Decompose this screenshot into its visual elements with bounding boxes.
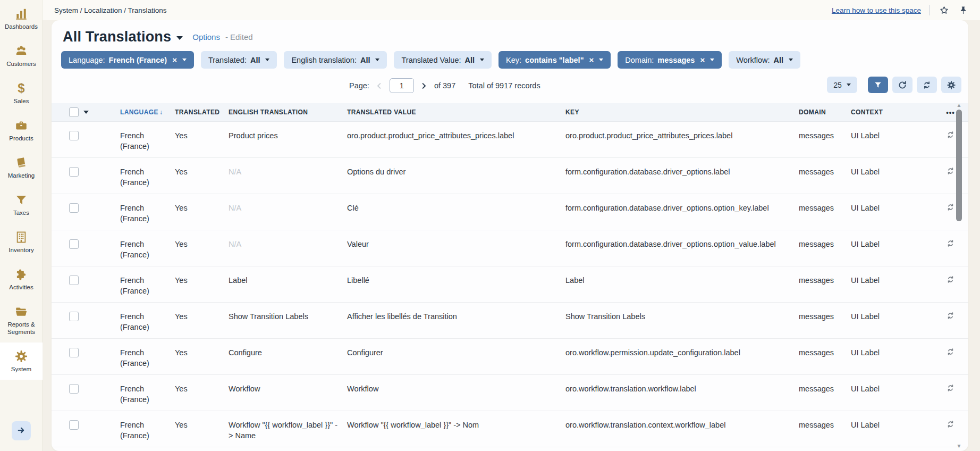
select-all-checkbox[interactable] [69,107,79,117]
row-checkbox[interactable] [69,167,79,177]
select-dropdown-icon[interactable] [83,111,89,114]
row-checkbox[interactable] [69,131,79,140]
filter-pill-domain-[interactable]: Domain:messages× [618,51,722,69]
scrollbar-thumb[interactable] [956,110,962,221]
table-row[interactable]: French (France)YesConfigureConfigureroro… [52,339,968,375]
sidebar-expand-button[interactable] [12,421,31,440]
table-row[interactable]: French (France)YesN/AOptions du driverfo… [52,158,968,194]
filter-pill-translated-value-[interactable]: Translated Value:All [394,51,492,69]
pin-icon[interactable] [958,5,968,15]
reset-translation-button[interactable] [933,303,968,322]
reset-translation-button[interactable] [933,122,968,141]
column-header-english-translation[interactable]: ENGLISH TRANSLATION [229,108,347,116]
table-row[interactable]: French (France)YesShow Transition Labels… [52,303,968,339]
reset-translation-button[interactable] [933,158,968,177]
cell-english-translation: Workflow [229,375,347,395]
scroll-up-arrow-icon[interactable]: ▲ [956,102,962,108]
reset-translation-button[interactable] [933,375,968,394]
column-header-translated[interactable]: TRANSLATED [175,108,229,116]
column-header-domain[interactable]: DOMAIN [799,108,851,116]
reset-translation-button[interactable] [933,411,968,430]
column-header-translated-value[interactable]: TRANSLATED VALUE [347,108,565,116]
filter-toggle-button[interactable] [868,77,888,93]
cell-translated-value: Workflow "{{ workflow_label }}" -> Nom [347,411,565,431]
table-row[interactable]: French (France)YesN/ACléform.configurati… [52,194,968,230]
sidebar-item-activities[interactable]: Activities [0,261,43,298]
filter-pill-translated-[interactable]: Translated:All [201,51,277,69]
filter-bar: Language:French (France)×Translated:AllE… [61,51,800,69]
help-link[interactable]: Learn how to use this space [832,6,921,14]
sidebar: DashboardsCustomers$SalesProductsMarketi… [0,0,43,451]
filter-pill-key-[interactable]: Key:contains "label"× [499,51,611,69]
cell-translated-value: Configurer [347,339,565,358]
page-size-select[interactable]: 25 [827,77,857,93]
column-header-language[interactable]: LANGUAGE↓ [120,108,175,116]
scroll-down-arrow-icon[interactable]: ▼ [956,443,962,449]
cell-key: form.configuration.database.driver_optio… [565,158,799,178]
row-checkbox[interactable] [69,420,79,430]
row-checkbox[interactable] [69,275,79,285]
cell-translated-value: Options du driver [347,158,565,178]
row-checkbox[interactable] [69,384,79,394]
reset-translation-button[interactable] [933,230,968,249]
column-header-context[interactable]: CONTEXT [851,108,933,116]
sidebar-item-label: Dashboards [5,23,38,31]
cell-domain: messages [799,122,851,141]
sync-button[interactable] [917,77,937,93]
table-row[interactable]: French (France)YesLabelLibelléLabelmessa… [52,266,968,303]
row-checkbox[interactable] [69,203,79,213]
sidebar-item-dashboards[interactable]: Dashboards [0,0,43,37]
cell-english-translation: Workflow "{{ workflow_label }}" -> Name [229,411,347,441]
column-header-key[interactable]: KEY [565,108,799,116]
filter-value: contains "label" [525,56,584,64]
breadcrumb[interactable]: System / Localization / Translations [54,6,167,14]
sidebar-item-system[interactable]: System [0,343,43,380]
filter-label: Workflow: [736,56,770,64]
row-checkbox[interactable] [69,239,79,249]
page-label: Page: [349,81,369,90]
chevron-down-icon[interactable] [176,36,183,40]
cell-key: oro.product.product_price_attributes_pri… [565,122,799,141]
cell-domain: messages [799,158,851,178]
remove-filter-icon[interactable]: × [700,55,705,64]
remove-filter-icon[interactable]: × [589,55,594,64]
filter-value: All [774,56,784,64]
sidebar-item-products[interactable]: Products [0,112,43,149]
reset-translation-button[interactable] [933,194,968,213]
page-header: All Translations Options - Edited [63,29,253,45]
row-checkbox[interactable] [69,348,79,357]
sidebar-item-marketing[interactable]: Marketing [0,149,43,186]
sidebar-item-taxes[interactable]: Taxes [0,186,43,223]
vertical-scrollbar: ▲ ▼ [956,102,962,449]
briefcase-icon [14,119,28,132]
reset-translation-button[interactable] [933,266,968,286]
grid-settings-button[interactable] [941,77,961,93]
table-row[interactable]: French (France)YesProduct pricesoro.prod… [52,122,968,158]
sidebar-item-sales[interactable]: $Sales [0,74,43,112]
filter-pill-english-translation-[interactable]: English translation:All [284,51,387,69]
table-row[interactable]: French (France)YesWorkflowWorkfloworo.wo… [52,375,968,411]
filter-pill-workflow-[interactable]: Workflow:All [729,51,800,69]
chevron-right-icon[interactable] [419,81,429,90]
folder-icon [14,305,28,319]
cell-english-translation: Label [229,266,347,286]
cell-context: UI Label [851,339,933,358]
remove-filter-icon[interactable]: × [172,55,177,64]
page-input[interactable] [390,78,414,93]
sidebar-item-inventory[interactable]: Inventory [0,223,43,261]
star-icon[interactable] [939,5,949,15]
cell-translated-value: Libellé [347,266,565,286]
refresh-button[interactable] [892,77,913,93]
row-checkbox[interactable] [69,312,79,321]
cell-language: French (France) [120,194,175,224]
sidebar-item-customers[interactable]: Customers [0,37,43,74]
options-link[interactable]: Options [192,32,220,41]
table-row[interactable]: French (France)YesWorkflow "{{ workflow_… [52,411,968,447]
sync-icon [946,311,955,322]
table-row[interactable]: French (France)YesN/AValeurform.configur… [52,230,968,266]
sidebar-item-reports-segments[interactable]: Reports & Segments [0,298,43,343]
chevron-left-icon[interactable] [375,81,384,90]
filter-pill-language-[interactable]: Language:French (France)× [61,51,194,69]
reset-translation-button[interactable] [933,339,968,358]
more-columns-icon[interactable]: ••• [946,108,955,116]
